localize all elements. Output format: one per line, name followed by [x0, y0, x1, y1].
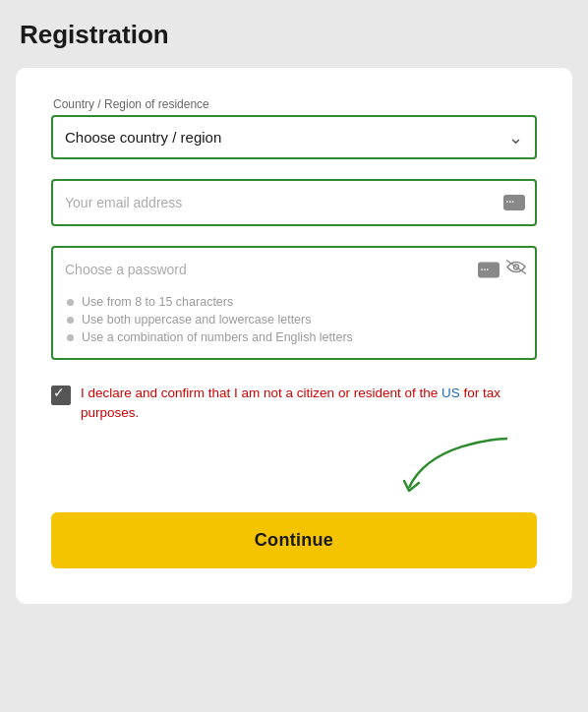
declaration-checkbox-wrapper: [51, 386, 71, 409]
declaration-text-1: I declare and confirm that I am not a ci…: [81, 386, 441, 400]
country-select[interactable]: Choose country / region: [53, 117, 535, 157]
dots-graphic: [503, 195, 525, 210]
declaration-us-text: US: [441, 386, 460, 400]
password-dots-icon: [478, 262, 500, 277]
email-input-wrapper: [51, 179, 537, 226]
hint-text-3: Use a combination of numbers and English…: [82, 330, 353, 344]
continue-button[interactable]: Continue: [51, 512, 537, 568]
country-label: Country / Region of residence: [51, 97, 537, 111]
registration-card: Country / Region of residence Choose cou…: [16, 68, 572, 604]
page-title: Registration: [16, 20, 572, 50]
arrow-svg: [370, 434, 527, 503]
hint-text-2: Use both uppercase and lowercase letters: [82, 313, 311, 326]
declaration-row: I declare and confirm that I am not a ci…: [51, 384, 537, 424]
password-icons: [478, 260, 527, 280]
country-select-wrapper: Choose country / region ⌄: [51, 115, 537, 159]
hint-dot-1: [67, 299, 74, 306]
password-field-wrapper: Use from 8 to 15 characters Use both upp…: [51, 246, 537, 360]
hint-item-2: Use both uppercase and lowercase letters: [67, 313, 521, 326]
hint-item-1: Use from 8 to 15 characters: [67, 295, 521, 309]
declaration-checkbox[interactable]: [51, 386, 71, 405]
password-hints: Use from 8 to 15 characters Use both upp…: [53, 291, 535, 344]
email-input[interactable]: [53, 181, 535, 224]
password-input[interactable]: [53, 248, 535, 291]
hint-item-3: Use a combination of numbers and English…: [67, 330, 521, 344]
eye-icon[interactable]: [505, 260, 527, 280]
arrow-annotation: [51, 434, 537, 493]
hint-dot-2: [67, 317, 74, 324]
email-dots-icon: [503, 195, 525, 210]
declaration-label: I declare and confirm that I am not a ci…: [81, 384, 537, 424]
hint-dot-3: [67, 334, 74, 341]
country-field-group: Country / Region of residence Choose cou…: [51, 97, 537, 159]
hint-text-1: Use from 8 to 15 characters: [82, 295, 233, 309]
password-input-row: [53, 248, 535, 291]
